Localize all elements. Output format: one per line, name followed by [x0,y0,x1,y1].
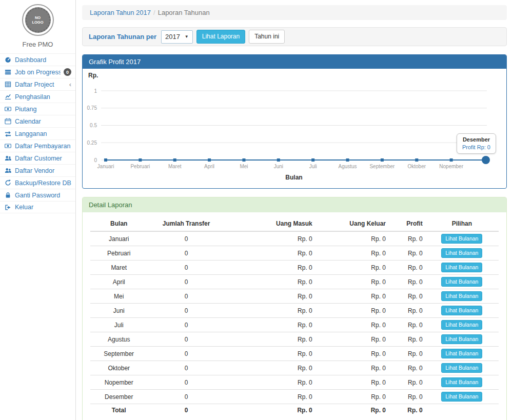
data-point[interactable] [208,158,211,162]
sidebar-item-penghasilan[interactable]: Penghasilan [0,90,75,103]
tasks-icon [5,69,12,75]
column-header: Uang Keluar [315,216,388,231]
table-row: Mei0Rp. 0Rp. 0Rp. 0Lihat Bulanan [90,289,499,304]
sidebar-item-daftar-project[interactable]: Daftar Project‹ [0,78,75,90]
action-cell: Lihat Bulanan [425,347,499,361]
table-cell: Rp. 0 [315,347,388,361]
sidebar-item-keluar[interactable]: Keluar [0,201,75,213]
data-point[interactable] [139,158,142,162]
table-cell: Rp. 0 [225,246,315,261]
table-cell: Total [90,404,147,416]
y-tick-label: 0 [94,157,97,163]
sidebar: NO LOGO Free PMO DashboardJob on Progres… [0,0,76,420]
sidebar-item-daftar-pembayaran[interactable]: Daftar Pembayaran [0,139,75,152]
breadcrumb-separator: / [153,9,155,16]
lihat-bulanan-button[interactable]: Lihat Bulanan [441,320,482,330]
table-cell: Rp. 0 [225,231,315,246]
sidebar-item-dashboard[interactable]: Dashboard [0,53,75,66]
table-row: Desember0Rp. 0Rp. 0Rp. 0Lihat Bulanan [90,390,499,404]
table-cell: Rp. 0 [315,390,388,404]
x-tick-label: Maret [168,164,182,169]
lihat-bulanan-button[interactable]: Lihat Bulanan [441,334,482,344]
table-row: Pebruari0Rp. 0Rp. 0Rp. 0Lihat Bulanan [90,246,499,261]
sidebar-item-daftar-vendor[interactable]: Daftar Vendor [0,164,75,176]
data-point[interactable] [242,158,245,162]
table-cell: September [90,347,147,361]
table-cell: Rp. 0 [388,261,425,275]
table-cell: Nopember [90,375,147,390]
lihat-bulanan-button[interactable]: Lihat Bulanan [441,291,482,301]
action-cell: Lihat Bulanan [425,231,499,246]
action-cell: Lihat Bulanan [425,246,499,261]
table-cell: Rp. 0 [225,361,315,375]
money-icon [5,106,12,112]
table-cell: Oktober [90,361,147,375]
lihat-bulanan-button[interactable]: Lihat Bulanan [441,306,482,315]
chart-panel-title: Grafik Profit 2017 [83,55,506,69]
lihat-bulanan-button[interactable]: Lihat Bulanan [441,263,482,272]
x-tick-label: Juni [274,164,283,169]
lihat-bulanan-button[interactable]: Lihat Bulanan [441,248,482,258]
data-point[interactable] [346,158,349,162]
app-wrapper: NO LOGO Free PMO DashboardJob on Progres… [0,0,513,420]
lihat-laporan-button[interactable]: Lihat Laporan [196,30,245,43]
sidebar-item-label: Job on Progress [15,69,61,76]
no-logo-badge: NO LOGO [25,7,51,33]
table-cell: Pebruari [90,246,147,261]
lihat-bulanan-button[interactable]: Lihat Bulanan [441,392,482,402]
line-chart-icon [5,93,12,100]
table-cell: Rp. 0 [225,261,315,275]
data-point[interactable] [311,158,314,162]
tooltip-value: Profit Rp: 0 [462,144,490,150]
table-cell: Rp. 0 [388,318,425,332]
sidebar-item-backup-restore-db[interactable]: Backup/Restore DB [0,176,75,189]
sidebar-item-piutang[interactable]: Piutang [0,103,75,115]
table-cell: Juli [90,318,147,332]
table-cell: Rp. 0 [225,318,315,332]
sidebar-item-label: Langganan [15,130,71,137]
sidebar-item-calendar[interactable]: Calendar [0,115,75,127]
sidebar-item-label: Backup/Restore DB [15,179,71,187]
data-point[interactable] [381,158,384,162]
table-header-row: BulanJumlah TransferUang MasukUang Kelua… [90,216,499,231]
table-cell: Rp. 0 [225,347,315,361]
profit-chart[interactable]: 00.250.50.751Rp.JanuariPebruariMaretApri… [83,69,506,188]
data-point[interactable] [415,158,418,162]
year-select[interactable]: 2017 ▼ [161,30,193,44]
breadcrumb-link-laporan-tahun[interactable]: Laporan Tahun 2017 [90,9,151,16]
sidebar-item-langganan[interactable]: Langganan [0,127,75,139]
data-point[interactable] [104,158,107,162]
sidebar-item-daftar-customer[interactable]: Daftar Customer [0,152,75,164]
chart-tooltip: Desember Profit Rp: 0 [457,133,496,154]
filter-label: Laporan Tahunan per [89,33,156,41]
sidebar-item-ganti-password[interactable]: Ganti Password [0,189,75,201]
sidebar-item-label: Piutang [15,106,71,113]
caret-down-icon: ▼ [185,34,189,39]
lihat-bulanan-button[interactable]: Lihat Bulanan [441,234,482,244]
data-point[interactable] [277,158,280,162]
lihat-bulanan-button[interactable]: Lihat Bulanan [441,377,482,387]
sidebar-item-label: Penghasilan [15,93,71,101]
table-row: Juli0Rp. 0Rp. 0Rp. 0Lihat Bulanan [90,318,499,332]
report-table-wrap: BulanJumlah TransferUang MasukUang Kelua… [83,212,506,420]
action-cell: Lihat Bulanan [425,304,499,318]
data-point[interactable] [450,158,453,162]
lihat-bulanan-button[interactable]: Lihat Bulanan [441,363,482,373]
lihat-bulanan-button[interactable]: Lihat Bulanan [441,349,482,358]
detail-panel-title: Detail Laporan [83,197,506,212]
lihat-bulanan-button[interactable]: Lihat Bulanan [441,277,482,287]
tahun-ini-button[interactable]: Tahun ini [249,30,285,43]
x-axis-title: Bulan [285,174,302,181]
table-cell: Rp. 0 [388,404,425,416]
table-cell: Rp. 0 [388,231,425,246]
data-point-active[interactable] [482,156,490,164]
action-cell: Lihat Bulanan [425,275,499,289]
sidebar-item-label: Ganti Password [15,192,71,199]
table-cell: Rp. 0 [388,390,425,404]
table-cell [425,404,499,416]
sidebar-item-job-on-progress[interactable]: Job on Progress0 [0,66,75,78]
table-cell: Rp. 0 [388,246,425,261]
data-point[interactable] [173,158,176,162]
users-icon [5,155,12,162]
report-table: BulanJumlah TransferUang MasukUang Kelua… [90,216,499,416]
